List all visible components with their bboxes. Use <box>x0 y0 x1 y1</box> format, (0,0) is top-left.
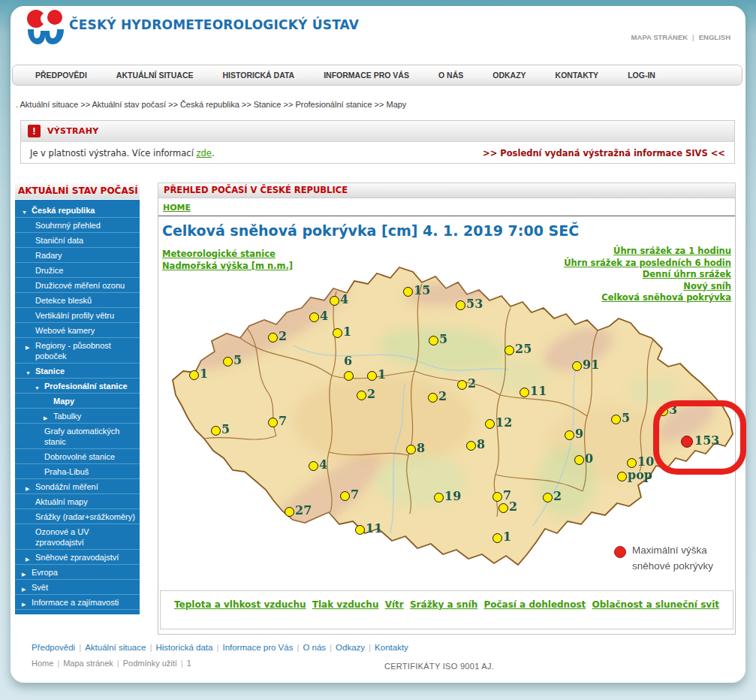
english-link[interactable]: ENGLISH <box>699 33 730 41</box>
sidebar-item-esk-republika[interactable]: ▼Česká republika <box>15 203 140 218</box>
sidebar-item-tabulky[interactable]: ▶Tabulky <box>15 409 140 424</box>
legend-label: Maximální výška sněhové pokrývky <box>632 542 731 574</box>
sidebar-item-label: Stanice <box>35 367 65 376</box>
station-dot <box>505 345 514 355</box>
sidebar-item-label: Staniční data <box>35 236 83 245</box>
sidebar-item-label: Družice <box>35 266 63 275</box>
nav-item-p-edpov-di[interactable]: PŘEDPOVĚDI <box>35 71 87 80</box>
station-value: 19 <box>444 489 461 503</box>
warning-message: Je v platnosti výstraha. Více informací … <box>30 148 215 158</box>
footer-link-mapa-str-nek[interactable]: Mapa stránek <box>63 659 113 668</box>
footer-link-podm-nky-u-it[interactable]: Podmínky užití <box>123 659 177 668</box>
station-dot <box>333 328 342 338</box>
station-value: 2 <box>468 376 476 391</box>
station-dot <box>285 507 294 517</box>
footer-link-p-edpov-di[interactable]: Předpovědi <box>32 643 75 652</box>
station-value: 1 <box>378 367 386 382</box>
sidebar-item-label: Ozonové a UV zpravodajství <box>35 527 89 547</box>
weather-category-links: Teplota a vlhkost vzduchuTlak vzduchuVít… <box>160 590 733 629</box>
chevron-right-icon: ▶ <box>22 599 26 610</box>
nav-item-kontakty[interactable]: KONTAKTY <box>556 71 599 80</box>
footer-link-o-n-s[interactable]: O nás <box>303 643 326 652</box>
station-dot <box>268 418 278 427</box>
sidebar-item-dru-icov-m-en-ozonu[interactable]: Družicové měření ozonu <box>15 278 140 293</box>
sidebar-item-detekce-blesk[interactable]: Detekce blesků <box>15 293 140 308</box>
footer-link-kontakty[interactable]: Kontakty <box>375 643 408 652</box>
station-dot <box>406 445 416 454</box>
sidebar-item-dru-ice[interactable]: Družice <box>15 263 140 278</box>
category-link-po-as-a-dohlednost[interactable]: Počasí a dohlednost <box>483 599 586 629</box>
sidebar-item-sond-n-m-en[interactable]: ▶Sondážní měření <box>15 479 140 494</box>
nav-item-historick-data[interactable]: HISTORICKÁ DATA <box>223 71 295 80</box>
sidebar-item-label: Dobrovolné stanice <box>44 452 115 461</box>
nav-item-informace-pro-v-s[interactable]: INFORMACE PRO VÁS <box>324 71 409 80</box>
category-link-sr-ky-a-sn-h[interactable]: Srážky a sníh <box>410 599 477 629</box>
sidebar-item-sn-hov-zpravodajstv[interactable]: ▶Sněhové zpravodajství <box>15 550 140 565</box>
station-value: 5 <box>221 422 230 436</box>
station-value: 5 <box>233 353 242 367</box>
chmi-logo <box>25 9 68 47</box>
sivs-info-link[interactable]: >> Poslední vydaná výstražná informace S… <box>483 148 725 158</box>
footer-link-odkazy[interactable]: Odkazy <box>336 643 365 652</box>
station-value: pop <box>628 468 652 482</box>
station-dot <box>268 333 278 342</box>
sidebar-item-dobrovoln-stanice[interactable]: Dobrovolné stanice <box>15 449 140 464</box>
footer-link-home[interactable]: Home <box>32 659 53 668</box>
station-dot <box>309 312 319 322</box>
sidebar-item-informace-a-zaj-mavosti[interactable]: ▶Informace a zajímavosti <box>15 595 140 610</box>
footer-link-aktu-ln-situace[interactable]: Aktuální situace <box>85 643 146 652</box>
station-dot <box>574 455 584 465</box>
sidebar-item-label: Družicové měření ozonu <box>35 281 125 290</box>
nav-item-log-in[interactable]: LOG-IN <box>628 71 655 80</box>
category-link-obla-nost-a-slune-n-svit[interactable]: Oblačnost a sluneční svit <box>592 599 719 629</box>
sidebar-item-profesion-ln-stanice[interactable]: ▼Profesionální stanice <box>15 379 140 394</box>
footer-link-historick-data[interactable]: Historická data <box>155 643 212 652</box>
category-link-tlak-vzduchu[interactable]: Tlak vzduchu <box>312 599 379 629</box>
sidebar-item-souhrnn-p-ehled[interactable]: Souhrnný přehled <box>15 218 140 233</box>
sidebar-item-stanice[interactable]: ▼Stanice <box>15 364 140 379</box>
station-value: 4 <box>340 292 348 306</box>
station-dot <box>355 525 365 535</box>
main-nav: PŘEDPOVĚDIAKTUÁLNÍ SITUACEHISTORICKÁ DAT… <box>12 65 742 86</box>
sidebar-item-stani-n-data[interactable]: Staniční data <box>15 233 140 248</box>
station-value: 8 <box>477 437 485 451</box>
home-link[interactable]: HOME <box>163 203 191 213</box>
sidebar-item-evropa[interactable]: ▶Evropa <box>15 565 140 580</box>
breadcrumb: . Aktuální situace >> Aktuální stav poča… <box>16 100 406 109</box>
footer-utility-links: Home|Mapa stránek|Podmínky užití|1 <box>32 659 191 668</box>
max-snow-highlight-annotation <box>653 400 746 475</box>
sidebar-title: AKTUÁLNÍ STAV POČASÍ <box>15 183 140 199</box>
footer-link-1[interactable]: 1 <box>187 659 191 668</box>
sidebar-item-vertik-ln-profily-v-tru[interactable]: Vertikální profily větru <box>15 308 140 323</box>
warning-more-link[interactable]: zde <box>196 148 211 158</box>
station-dot <box>520 388 529 397</box>
sitemap-link[interactable]: MAPA STRÁNEK <box>631 33 688 41</box>
sidebar-item-aktu-ln-mapy[interactable]: Aktuální mapy <box>15 494 140 509</box>
sidebar-item-grafy-automatick-ch-stanic[interactable]: Grafy automatických stanic <box>15 424 140 449</box>
sidebar-item-sv-t[interactable]: ▶Svět <box>15 580 140 595</box>
nav-item-odkazy[interactable]: ODKAZY <box>492 71 526 80</box>
station-dot <box>330 296 339 306</box>
nav-item-aktu-ln-situace[interactable]: AKTUÁLNÍ SITUACE <box>116 71 194 80</box>
sidebar-item-sr-ky-radar-sr-kom-ry[interactable]: Srážky (radar+srážkoměry) <box>15 509 140 524</box>
sidebar-item-radary[interactable]: Radary <box>15 248 140 263</box>
chevron-right-icon: ▶ <box>22 569 26 580</box>
sidebar-item-praha-libu[interactable]: Praha-Libuš <box>15 464 140 479</box>
station-dot <box>627 458 637 468</box>
sidebar-item-label: Sněhové zpravodajství <box>35 553 119 562</box>
sidebar-item-label: Souhrnný přehled <box>35 221 101 230</box>
sidebar-item-mapy[interactable]: Mapy <box>15 394 140 409</box>
category-link-teplota-a-vlhkost-vzduchu[interactable]: Teplota a vlhkost vzduchu <box>174 599 306 629</box>
station-dot <box>498 503 508 513</box>
nav-item-o-n-s[interactable]: O NÁS <box>438 71 463 80</box>
station-value: 27 <box>295 503 312 517</box>
footer-link-informace-pro-v-s[interactable]: Informace pro Vás <box>222 643 293 652</box>
sidebar-item-webov-kamery[interactable]: Webové kamery <box>15 323 140 338</box>
sidebar-item-ozonov-a-uv-zpravodajstv[interactable]: Ozonové a UV zpravodajství <box>15 524 140 550</box>
sidebar-item-regiony-p-sobnost-pobo-ek[interactable]: ▶Regiony - působnost poboček <box>15 338 140 364</box>
site-title: ČESKÝ HYDROMETEOROLOGICKÝ ÚSTAV <box>69 17 359 32</box>
station-value: 8 <box>417 441 425 455</box>
sidebar-item-label: Aktuální mapy <box>35 497 88 506</box>
station-value: 2 <box>367 387 375 401</box>
category-link-v-tr[interactable]: Vítr <box>385 599 404 629</box>
